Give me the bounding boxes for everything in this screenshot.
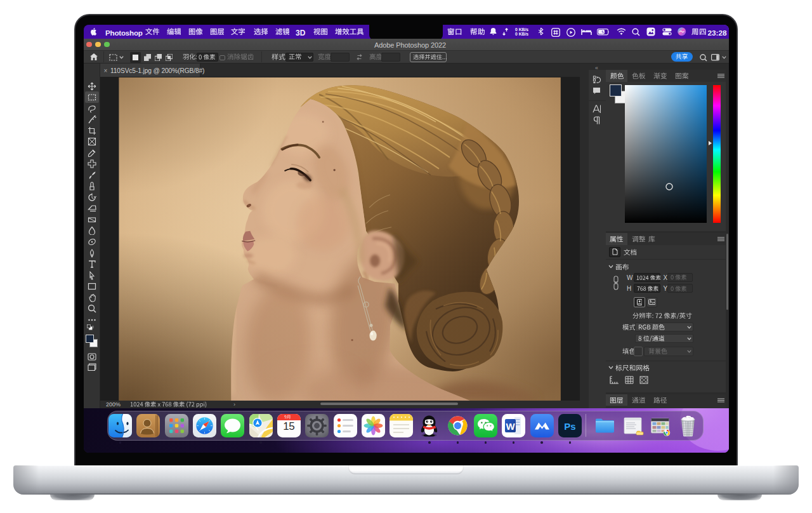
svg-text:Ps: Ps: [564, 420, 575, 431]
svg-text:W: W: [506, 420, 516, 431]
